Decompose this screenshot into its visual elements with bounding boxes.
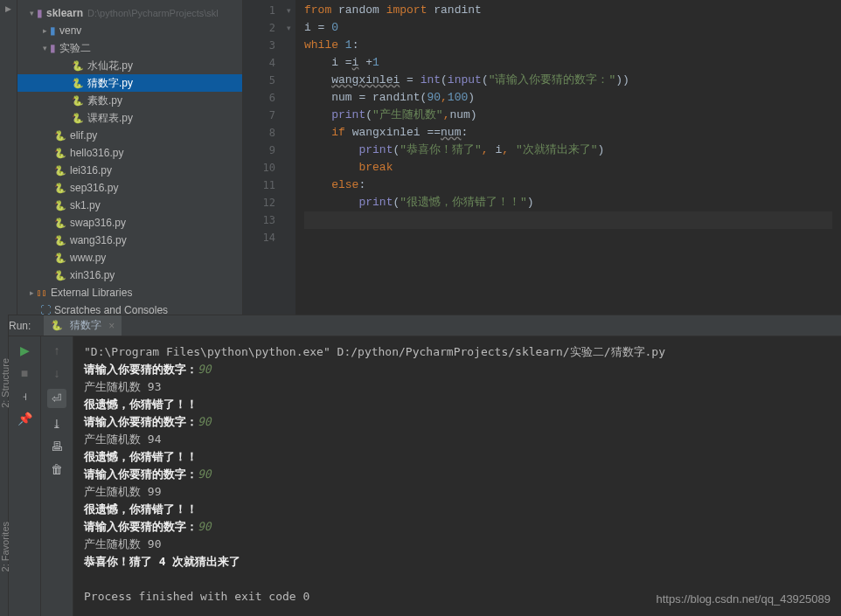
code-line[interactable]: else:	[304, 176, 832, 194]
code-line[interactable]: num = randint(90,100)	[304, 89, 832, 107]
fold-column: ▾▾	[282, 0, 295, 315]
code-line[interactable]: wangxinlei = int(input("请输入你要猜的数字："))	[304, 72, 832, 89]
console-output[interactable]: "D:\Program Files\python\python.exe" D:/…	[73, 336, 841, 616]
project-root[interactable]: ▾ ▮ sklearn D:\python\PycharmProjects\sk…	[17, 4, 242, 22]
favorites-tab[interactable]: 2: Favorites	[0, 522, 10, 571]
left-edge-bar: 2: Structure 2: Favorites	[0, 315, 9, 616]
close-icon[interactable]: ×	[108, 320, 115, 332]
up-icon[interactable]: ↑	[54, 343, 60, 357]
down-icon[interactable]: ↓	[54, 366, 60, 380]
code-line[interactable]: break	[304, 159, 832, 176]
file-label: 课程表.py	[87, 111, 133, 126]
code-line[interactable]	[304, 229, 832, 246]
exp-folder[interactable]: ▾ ▮ 实验二	[17, 39, 242, 57]
code-line[interactable]: print("很遗憾，你猜错了！！")	[304, 194, 832, 211]
file-label: www.py	[70, 252, 106, 264]
console-line: 请输入你要猜的数字：90	[84, 518, 831, 536]
python-icon: 🐍	[72, 113, 84, 124]
project-sidebar: ▾ ▮ sklearn D:\python\PycharmProjects\sk…	[17, 0, 243, 315]
rerun-icon[interactable]: ▶	[20, 343, 30, 357]
py-file[interactable]: 🐍elif.py	[17, 127, 242, 144]
code-line[interactable]: from random import randint	[304, 2, 832, 19]
wrap-icon[interactable]: ⏎	[47, 389, 66, 408]
file-label: hello316.py	[70, 147, 123, 159]
file-label: elif.py	[70, 129, 97, 142]
expand-icon[interactable]: ▸	[39, 26, 50, 35]
code-line[interactable]: i =i +1	[304, 54, 832, 72]
code-line[interactable]: if wangxinlei ==num:	[304, 124, 832, 142]
stop-icon[interactable]: ■	[21, 366, 28, 380]
code-line[interactable]: while 1:	[304, 37, 832, 54]
python-icon: 🐍	[51, 320, 63, 331]
file-label: lei316.py	[70, 164, 112, 176]
python-icon: 🐍	[54, 183, 66, 194]
py-file[interactable]: 🐍水仙花.py	[17, 57, 242, 74]
py-file[interactable]: 🐍xin316.py	[17, 266, 242, 284]
code-line[interactable]: print("恭喜你！猜了", i, "次就猜出来了")	[304, 142, 832, 159]
folder-icon: ▮	[50, 24, 56, 37]
python-icon: 🐍	[54, 270, 66, 281]
py-file[interactable]: 🐍hello316.py	[17, 144, 242, 162]
py-file[interactable]: 🐍猜数字.py	[17, 74, 242, 92]
py-file[interactable]: 🐍sep316.py	[17, 179, 242, 197]
file-label: wang316.py	[70, 234, 127, 246]
console-line: 请输入你要猜的数字：90	[84, 413, 831, 431]
console-toolbar-left: ▶ ■ ⫞ 📌	[9, 336, 41, 616]
project-tree: ▾ ▮ sklearn D:\python\PycharmProjects\sk…	[17, 0, 242, 315]
pin-icon[interactable]: 📌	[17, 412, 32, 426]
py-file[interactable]: 🐍wang316.py	[17, 232, 242, 249]
scratches[interactable]: ⛶ Scratches and Consoles	[17, 301, 242, 315]
venv-folder[interactable]: ▸ ▮ venv	[17, 22, 242, 39]
python-icon: 🐍	[72, 95, 84, 107]
expand-icon[interactable]: ▾	[39, 44, 50, 52]
python-icon: 🐍	[54, 218, 66, 229]
console-line: 请输入你要猜的数字：90	[84, 361, 831, 378]
code-line[interactable]	[304, 211, 832, 229]
console-line: 恭喜你！猜了 4 次就猜出来了	[84, 553, 831, 571]
expand-icon[interactable]: ▸	[26, 288, 37, 297]
python-icon: 🐍	[54, 200, 66, 211]
print-icon[interactable]: 🖶	[51, 440, 63, 453]
line-gutter: 1234567891011121314	[243, 0, 282, 315]
file-label: 猜数字.py	[87, 76, 133, 91]
run-toolbar: Run: 🐍 猜数字 ×	[0, 315, 841, 336]
code-content[interactable]: from random import randinti = 0while 1: …	[295, 0, 841, 315]
code-line[interactable]: i = 0	[304, 19, 832, 37]
scratches-label: Scratches and Consoles	[54, 304, 168, 315]
py-file[interactable]: 🐍lei316.py	[17, 162, 242, 179]
library-icon: ⫾⫾	[37, 287, 47, 299]
folder-label: venv	[59, 24, 81, 37]
file-label: swap316.py	[70, 217, 126, 229]
console-line	[84, 571, 831, 588]
py-file[interactable]: 🐍sk1.py	[17, 197, 242, 214]
console-line: 请输入你要猜的数字：90	[84, 466, 831, 483]
structure-tab[interactable]: 2: Structure	[0, 358, 10, 408]
file-label: 素数.py	[87, 93, 122, 108]
console-line: 很遗憾，你猜错了！！	[84, 396, 831, 413]
expand-icon[interactable]: ▾	[26, 9, 37, 17]
py-file[interactable]: 🐍swap316.py	[17, 214, 242, 232]
py-file[interactable]: 🐍www.py	[17, 249, 242, 266]
scroll-icon[interactable]: ⤓	[52, 417, 62, 431]
console-line: 很遗憾，你猜错了！！	[84, 448, 831, 466]
py-file[interactable]: 🐍课程表.py	[17, 109, 242, 127]
file-label: 水仙花.py	[87, 59, 133, 73]
folder-label: 实验二	[59, 41, 91, 56]
console-line: 产生随机数 94	[84, 431, 831, 448]
external-libraries[interactable]: ▸ ⫾⫾ External Libraries	[17, 284, 242, 301]
python-icon: 🐍	[54, 253, 66, 264]
console-line: 产生随机数 93	[84, 378, 831, 396]
console-toolbar-right: ↑ ↓ ⏎ ⤓ 🖶 🗑	[41, 336, 73, 616]
left-tool-bar: ▶	[0, 0, 17, 315]
ext-lib-label: External Libraries	[51, 287, 132, 299]
folder-icon: ▮	[50, 42, 56, 54]
file-label: xin316.py	[70, 269, 115, 281]
py-file[interactable]: 🐍素数.py	[17, 92, 242, 109]
run-tab-name: 猜数字	[70, 318, 101, 333]
layout-icon[interactable]: ⫞	[22, 389, 28, 403]
code-line[interactable]: print("产生随机数",num)	[304, 107, 832, 124]
run-tab[interactable]: 🐍 猜数字 ×	[44, 315, 122, 336]
file-label: sk1.py	[70, 199, 101, 211]
trash-icon[interactable]: 🗑	[51, 462, 63, 476]
code-editor: 1234567891011121314 ▾▾ from random impor…	[243, 0, 841, 315]
